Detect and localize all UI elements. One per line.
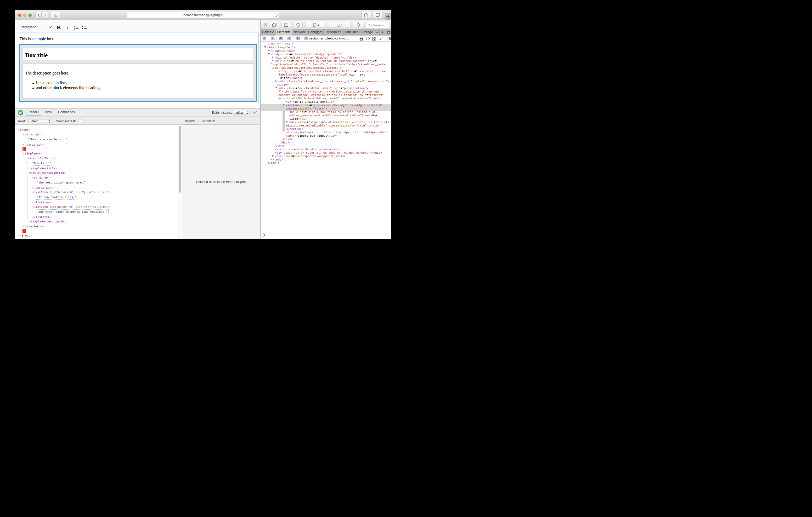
svg-text:1: 1 <box>74 25 75 27</box>
svg-text:5: 5 <box>22 110 23 112</box>
svg-text:2: 2 <box>74 28 75 30</box>
